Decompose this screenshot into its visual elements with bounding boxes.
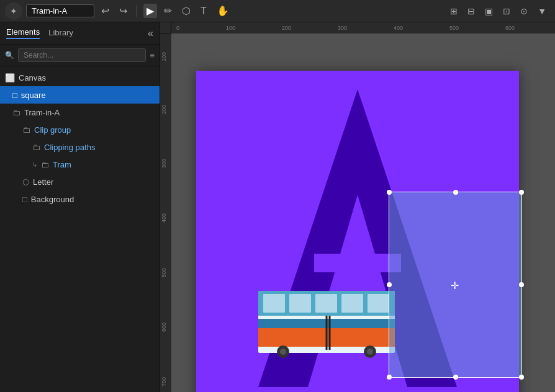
main-content: Elements Library « 🔍 ≡ ⬜ Canvas □ square xyxy=(0,22,555,392)
background-icon: □ xyxy=(22,195,27,204)
square-label: square xyxy=(21,91,46,100)
artboard-button[interactable]: ▣ xyxy=(481,4,497,18)
handle-top-right[interactable] xyxy=(519,190,524,195)
ruler-mark-500: 500 xyxy=(449,25,459,31)
document-title[interactable]: Tram-in-A xyxy=(26,4,94,17)
canvas-row: 100 200 300 400 500 600 700 xyxy=(160,33,555,392)
move-cursor-icon: ✛ xyxy=(451,280,459,292)
tram-svg xyxy=(258,278,395,365)
workspace: ✛ xyxy=(171,33,555,392)
layer-item-square[interactable]: □ square xyxy=(0,86,160,104)
square-icon: □ xyxy=(12,91,17,100)
settings-button[interactable]: ⊙ xyxy=(517,4,531,18)
pan-tool-button[interactable]: ✋ xyxy=(214,4,232,18)
text-tool-button[interactable]: T xyxy=(197,4,210,18)
ruler-mark-400: 400 xyxy=(394,25,403,31)
handle-bot-left[interactable] xyxy=(387,375,392,380)
v-ruler-mark-100: 100 xyxy=(161,52,167,61)
main-toolbar: ✦ Tram-in-A ↩ ↪ ▶ ✏ ⬡ T ✋ ⊞ ⊟ ▣ ⊡ ⊙ ▼ xyxy=(0,0,555,22)
layer-item-letter[interactable]: ⬡ Letter xyxy=(0,173,160,190)
layer-item-canvas[interactable]: ⬜ Canvas xyxy=(0,69,160,86)
v-ruler-mark-700: 700 xyxy=(161,377,167,386)
handle-top-left[interactable] xyxy=(387,190,392,195)
ruler-mark-100: 100 xyxy=(226,25,235,31)
letter-label: Letter xyxy=(33,177,53,187)
layer-item-background[interactable]: □ Background xyxy=(0,190,160,208)
svg-rect-12 xyxy=(368,294,389,313)
svg-point-18 xyxy=(367,349,373,355)
clip-group-label: Clip group xyxy=(34,125,71,135)
handle-mid-left[interactable] xyxy=(387,282,392,287)
search-bar: 🔍 ≡ xyxy=(0,45,160,66)
ruler-mark-200: 200 xyxy=(282,25,291,31)
selection-box[interactable]: ✛ xyxy=(389,192,522,378)
layer-item-tram-in-a[interactable]: 🗀 Tram-in-A xyxy=(0,104,160,121)
clipping-paths-icon: 🗀 xyxy=(32,143,40,152)
search-input[interactable] xyxy=(18,48,146,62)
canvas-icon: ⬜ xyxy=(5,73,15,82)
toolbar-right-group: ⊞ ⊟ ▣ ⊡ ⊙ ▼ xyxy=(446,4,550,18)
svg-rect-8 xyxy=(263,294,285,313)
letter-icon: ⬡ xyxy=(22,177,29,187)
svg-point-16 xyxy=(280,349,286,355)
list-view-icon[interactable]: ≡ xyxy=(150,51,155,60)
handle-bot-right[interactable] xyxy=(519,375,524,380)
ruler-mark-300: 300 xyxy=(338,25,347,31)
h-ruler: 0 100 200 300 400 500 600 xyxy=(171,22,555,33)
select-tool-button[interactable]: ▶ xyxy=(143,4,157,18)
clipping-paths-label: Clipping paths xyxy=(44,143,95,152)
tab-elements[interactable]: Elements xyxy=(6,27,40,39)
v-ruler-mark-600: 600 xyxy=(161,323,167,332)
ruler-mark-600: 600 xyxy=(505,25,515,31)
tram-arrow-icon: ↳ xyxy=(32,161,37,168)
canvas-area: 0 100 200 300 400 500 600 100 200 300 40… xyxy=(160,22,555,392)
align-top-button[interactable]: ⊞ xyxy=(446,4,461,18)
ruler-mark-0: 0 xyxy=(176,25,179,31)
tab-library[interactable]: Library xyxy=(48,28,73,38)
background-label: Background xyxy=(31,195,74,204)
layer-item-clip-group[interactable]: 🗀 Clip group xyxy=(0,121,160,138)
v-ruler-mark-200: 200 xyxy=(161,105,167,114)
v-ruler-mark-400: 400 xyxy=(161,213,167,223)
ruler-corner xyxy=(160,22,171,33)
v-ruler: 100 200 300 400 500 600 700 xyxy=(160,33,171,392)
svg-rect-10 xyxy=(315,294,337,313)
svg-rect-9 xyxy=(289,294,311,313)
handle-bot-center[interactable] xyxy=(453,375,458,380)
tram-in-a-label: Tram-in-A xyxy=(24,108,60,117)
handle-top-center[interactable] xyxy=(453,190,458,195)
tram-label: Tram xyxy=(53,160,71,169)
panel-collapse-button[interactable]: « xyxy=(148,28,153,39)
pen-tool-button[interactable]: ✏ xyxy=(161,4,175,18)
undo-button[interactable]: ↩ xyxy=(98,4,112,18)
align-center-button[interactable]: ⊟ xyxy=(464,4,479,18)
ruler-row: 0 100 200 300 400 500 600 xyxy=(160,22,555,33)
v-ruler-mark-500: 500 xyxy=(161,268,167,277)
tram-icon: 🗀 xyxy=(41,160,49,169)
svg-rect-11 xyxy=(341,294,363,313)
layer-item-tram[interactable]: ↳ 🗀 Tram xyxy=(0,156,160,173)
shape-tool-button[interactable]: ⬡ xyxy=(179,4,194,18)
artboard[interactable]: ✛ xyxy=(196,71,519,392)
redo-button[interactable]: ↪ xyxy=(116,4,130,18)
left-panel: Elements Library « 🔍 ≡ ⬜ Canvas □ square xyxy=(0,22,160,392)
layer-item-clipping-paths[interactable]: 🗀 Clipping paths xyxy=(0,138,160,156)
clip-group-icon: 🗀 xyxy=(22,125,30,135)
canvas-label: Canvas xyxy=(19,73,46,82)
svg-rect-3 xyxy=(314,254,401,272)
search-icon: 🔍 xyxy=(5,51,14,60)
export-button[interactable]: ⊡ xyxy=(499,4,514,18)
v-ruler-mark-300: 300 xyxy=(161,159,167,168)
panel-tabs: Elements Library « xyxy=(0,22,160,45)
tram-group-icon: 🗀 xyxy=(12,108,20,117)
handle-mid-right[interactable] xyxy=(519,282,524,287)
app-logo[interactable]: ✦ xyxy=(5,2,22,20)
layer-tree: ⬜ Canvas □ square 🗀 Tram-in-A 🗀 Clip gro… xyxy=(0,66,160,392)
canvas-viewport[interactable]: ✛ xyxy=(171,33,555,392)
more-button[interactable]: ▼ xyxy=(534,4,550,18)
toolbar-separator-1 xyxy=(137,5,137,17)
